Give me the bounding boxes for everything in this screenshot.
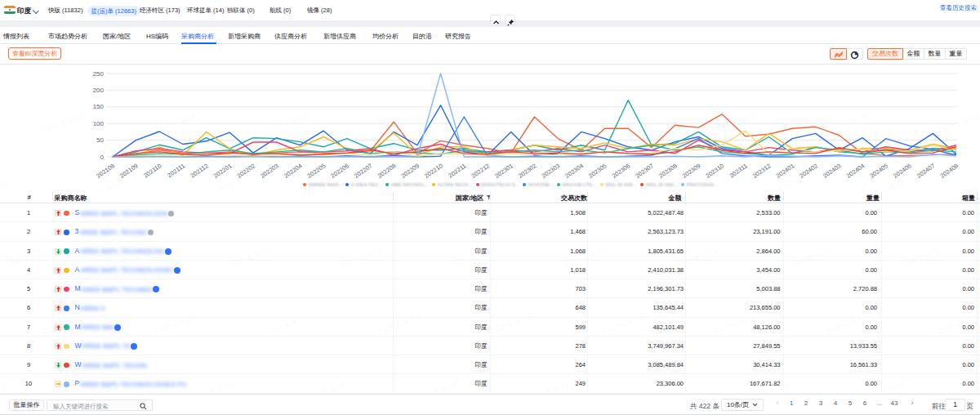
svg-text:202406: 202406 [892, 162, 913, 180]
svg-text:202301: 202301 [493, 162, 514, 180]
svg-text:202211: 202211 [447, 162, 467, 179]
svg-text:202405: 202405 [868, 162, 889, 180]
svg-text:202309: 202309 [681, 162, 702, 180]
svg-text:202305: 202305 [587, 162, 608, 180]
svg-text:202204: 202204 [283, 162, 304, 180]
svg-text:202403: 202403 [822, 162, 843, 180]
svg-text:202307: 202307 [634, 162, 655, 180]
svg-text:202112: 202112 [189, 162, 210, 179]
svg-text:202201: 202201 [212, 162, 234, 180]
svg-text:202304: 202304 [564, 162, 585, 180]
svg-text:202109: 202109 [118, 162, 140, 180]
svg-text:202408: 202408 [938, 162, 960, 180]
svg-text:202110: 202110 [142, 162, 163, 179]
svg-text:202202: 202202 [235, 162, 256, 180]
svg-text:202208: 202208 [376, 162, 398, 180]
svg-text:202407: 202407 [915, 162, 937, 180]
svg-text:202310: 202310 [704, 162, 725, 180]
svg-text:202308: 202308 [657, 162, 679, 180]
svg-text:202303: 202303 [541, 162, 562, 180]
svg-text:200: 200 [93, 87, 105, 94]
svg-text:202210: 202210 [423, 162, 444, 180]
svg-text:202209: 202209 [399, 162, 421, 180]
svg-text:202306: 202306 [611, 162, 632, 180]
svg-text:0: 0 [100, 154, 105, 161]
svg-text:100: 100 [93, 120, 105, 127]
svg-text:202206: 202206 [329, 162, 350, 180]
svg-text:50: 50 [96, 136, 104, 144]
svg-text:202111: 202111 [166, 162, 186, 179]
svg-text:202205: 202205 [306, 162, 327, 180]
svg-text:202311: 202311 [728, 162, 749, 179]
svg-text:202402: 202402 [798, 162, 819, 180]
svg-text:202108: 202108 [95, 162, 116, 180]
svg-text:202312: 202312 [751, 162, 773, 180]
svg-text:202401: 202401 [775, 162, 796, 180]
svg-text:202207: 202207 [353, 162, 374, 180]
svg-text:202302: 202302 [517, 162, 538, 180]
svg-text:202203: 202203 [259, 162, 280, 180]
svg-text:250: 250 [93, 70, 105, 78]
svg-text:202404: 202404 [845, 162, 866, 180]
svg-text:150: 150 [93, 103, 105, 110]
svg-text:202212: 202212 [470, 162, 491, 180]
